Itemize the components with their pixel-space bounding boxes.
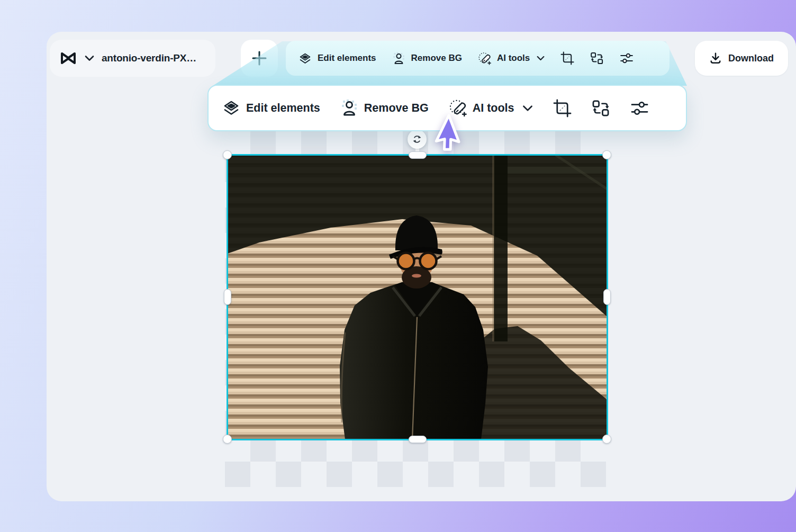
rotate-icon — [411, 133, 423, 145]
handle-bottom-left[interactable] — [223, 435, 232, 444]
ai-tools-label: AI tools — [473, 102, 514, 115]
replace-button-large[interactable] — [592, 99, 610, 118]
replace-swap-icon — [590, 51, 604, 65]
layers-icon — [298, 52, 312, 65]
edit-elements-button[interactable]: Edit elements — [298, 52, 376, 65]
adjust-sliders-icon — [620, 51, 634, 65]
remove-bg-button[interactable]: Remove BG — [392, 52, 462, 65]
handle-mid-left[interactable] — [224, 289, 231, 305]
screenshot-root: { "colors": { "selection_accent": "#12c3… — [0, 0, 796, 532]
download-button[interactable]: Download — [695, 41, 788, 76]
edit-elements-button-large[interactable]: Edit elements — [222, 100, 320, 116]
file-name: antonio-verdin-PX… — [102, 52, 196, 64]
adjust-sliders-icon — [630, 99, 649, 118]
edit-elements-label: Edit elements — [246, 102, 320, 115]
adjust-button[interactable] — [620, 51, 634, 65]
person-cutout-icon — [340, 99, 358, 117]
download-icon — [709, 52, 722, 65]
handle-top-left[interactable] — [223, 150, 232, 159]
capcut-logo-icon — [59, 50, 77, 66]
ai-tools-button-large[interactable]: AI tools — [449, 99, 533, 117]
person-cutout-icon — [392, 52, 405, 65]
photo-illustration — [228, 155, 607, 439]
layers-icon — [222, 100, 240, 116]
canvas-photo[interactable] — [228, 155, 607, 439]
crop-icon — [553, 99, 572, 118]
remove-bg-label: Remove BG — [411, 53, 462, 64]
toolbar-callout: Edit elements Remove BG AI tools — [207, 85, 687, 131]
remove-bg-button-large[interactable]: Remove BG — [340, 99, 429, 117]
rotate-handle[interactable] — [408, 130, 427, 149]
crop-button[interactable] — [560, 51, 574, 65]
crop-button-large[interactable] — [553, 99, 572, 118]
handle-top-right[interactable] — [602, 150, 611, 159]
handle-top-center[interactable] — [409, 151, 427, 159]
magic-marker-icon — [449, 99, 467, 117]
file-chip[interactable]: antonio-verdin-PX… — [50, 40, 215, 77]
edit-elements-label: Edit elements — [318, 53, 376, 64]
download-label: Download — [728, 53, 774, 64]
ai-tools-label: AI tools — [497, 53, 530, 64]
crop-icon — [560, 51, 574, 65]
magic-marker-icon — [478, 52, 491, 65]
replace-swap-icon — [592, 99, 610, 118]
handle-mid-right[interactable] — [603, 289, 611, 305]
toolbar-small: Edit elements Remove BG AI tools — [286, 41, 670, 76]
adjust-button-large[interactable] — [630, 99, 649, 118]
replace-button[interactable] — [590, 51, 604, 65]
chevron-down-icon — [522, 105, 533, 112]
handle-bottom-center[interactable] — [409, 436, 427, 443]
chevron-down-icon[interactable] — [85, 55, 94, 61]
ai-tools-button[interactable]: AI tools — [478, 52, 545, 65]
handle-bottom-right[interactable] — [602, 435, 611, 444]
chevron-down-icon — [537, 56, 545, 61]
remove-bg-label: Remove BG — [364, 102, 429, 115]
app-window: antonio-verdin-PX… Edit elements Remove … — [47, 32, 796, 501]
